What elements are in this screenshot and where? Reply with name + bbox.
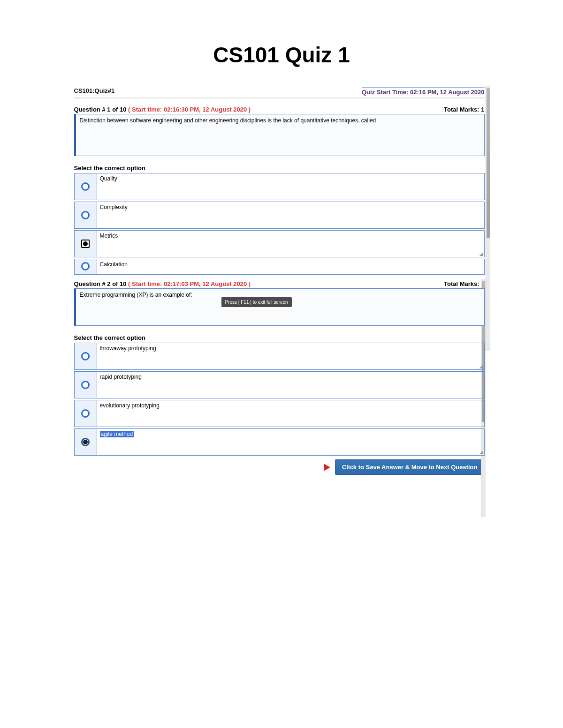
select-option-label: Select the correct option — [74, 165, 485, 172]
question-2: Question # 2 of 10 ( Start time: 02:17:0… — [74, 279, 485, 475]
option-row[interactable]: evolutionary prototyping — [74, 400, 485, 427]
question-marks: Total Marks: 1 — [444, 280, 484, 287]
radio-icon[interactable] — [81, 381, 90, 389]
play-icon — [324, 464, 330, 471]
radio-icon[interactable] — [81, 409, 90, 418]
option-text: rapid prototyping — [97, 372, 484, 398]
page-title: CS101 Quiz 1 — [19, 42, 544, 68]
option-row[interactable]: agile method — [74, 428, 485, 456]
radio-icon[interactable] — [81, 211, 90, 219]
option-row[interactable]: Complexity — [74, 202, 485, 229]
course-code: CS101:Quiz#1 — [74, 87, 115, 96]
footer-actions: Click to Save Answer & Move to Next Ques… — [74, 459, 485, 475]
question-header: Question # 2 of 10 ( Start time: 02:17:0… — [74, 279, 485, 288]
vertical-scrollbar[interactable] — [486, 86, 490, 351]
question-header: Question # 1 of 10 ( Start time: 02:16:3… — [74, 105, 485, 114]
option-row[interactable]: throwaway prototyping — [74, 343, 485, 370]
radio-selected-icon[interactable] — [81, 240, 90, 248]
resize-handle-icon[interactable] — [479, 252, 483, 256]
option-row[interactable]: Calculation — [74, 259, 485, 275]
radio-icon[interactable] — [81, 352, 90, 360]
question-start-time: ( Start time: 02:16:30 PM, 12 August 202… — [128, 106, 251, 113]
radio-icon[interactable] — [81, 262, 90, 270]
fullscreen-tooltip: Press | F11 | to exit full screen — [221, 297, 292, 307]
quiz-header: CS101:Quiz#1 Quiz Start Time: 02:16 PM, … — [74, 86, 485, 98]
question-number: Question # 2 of 10 — [74, 280, 127, 287]
option-text: Metrics — [97, 231, 484, 257]
question-body: Extreme programming (XP) is an example o… — [74, 288, 485, 326]
option-text: throwaway prototyping — [97, 343, 484, 369]
resize-handle-icon[interactable] — [479, 450, 483, 454]
radio-icon[interactable] — [81, 182, 90, 191]
question-number: Question # 1 of 10 — [74, 106, 127, 113]
question-text: Distinction between software engineering… — [80, 117, 376, 124]
option-row[interactable]: rapid prototyping — [74, 371, 485, 398]
quiz-container: CS101:Quiz#1 Quiz Start Time: 02:16 PM, … — [74, 86, 489, 475]
question-text: Extreme programming (XP) is an example o… — [80, 292, 192, 298]
question-marks: Total Marks: 1 — [444, 106, 484, 113]
option-text: Complexity — [97, 202, 484, 228]
option-text: evolutionary prototyping — [97, 400, 484, 427]
question-body: Distinction between software engineering… — [74, 114, 485, 156]
save-next-button[interactable]: Click to Save Answer & Move to Next Ques… — [335, 459, 484, 475]
option-row[interactable]: Quality — [74, 173, 485, 200]
option-text: agile method — [97, 429, 484, 455]
question-start-time: ( Start time: 02:17:03 PM, 12 August 202… — [128, 280, 251, 287]
option-row[interactable]: Metrics — [74, 230, 485, 257]
question-1: Question # 1 of 10 ( Start time: 02:16:3… — [74, 105, 485, 275]
select-option-label: Select the correct option — [74, 334, 485, 341]
option-text: Calculation — [97, 259, 484, 274]
option-text: Quality — [97, 173, 484, 200]
resize-handle-icon[interactable] — [479, 365, 483, 368]
radio-selected-icon[interactable] — [81, 438, 90, 446]
quiz-start-time: Quiz Start Time: 02:16 PM, 12 August 202… — [362, 87, 485, 96]
